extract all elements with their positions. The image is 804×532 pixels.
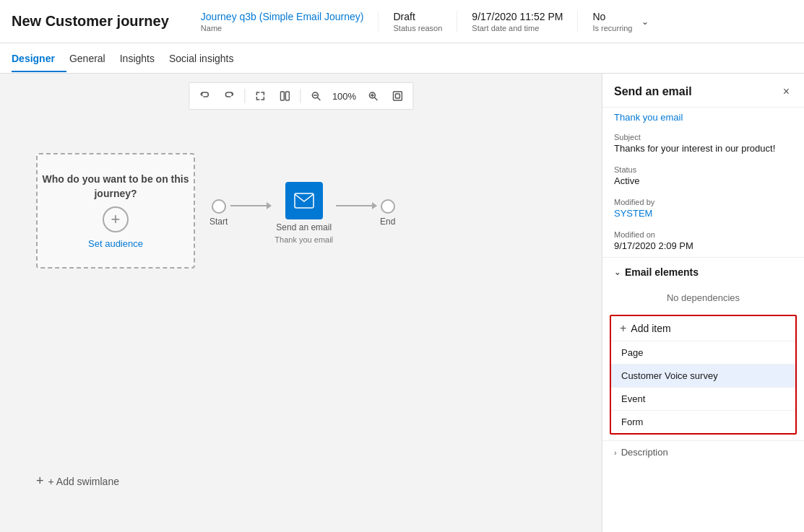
tab-bar: Designer General Insights Social insight… — [0, 43, 804, 74]
email-elements-section: ⌄ Email elements — [602, 257, 804, 284]
columns-button[interactable] — [274, 86, 295, 106]
dropdown-item-customer-voice[interactable]: Customer Voice survey — [611, 365, 795, 388]
journey-name-value[interactable]: Journey q3b (Simple Email Journey) — [201, 11, 364, 22]
end-node: End — [380, 199, 395, 227]
audience-box[interactable]: Who do you want to be on this journey? +… — [36, 153, 195, 269]
panel-modified-by-field: Modified by SYSTEM — [602, 192, 804, 224]
status-reason-label: Status reason — [393, 24, 442, 32]
start-date-value: 9/17/2020 11:52 PM — [472, 11, 563, 22]
is-recurring-value: No — [592, 11, 632, 22]
audience-plus-button[interactable]: + — [103, 206, 129, 232]
panel-subject-label: Subject — [614, 133, 792, 141]
panel-modified-on-field: Modified on 9/17/2020 2:09 PM — [602, 224, 804, 257]
tab-insights[interactable]: Insights — [120, 45, 166, 71]
panel-status-value: Active — [614, 175, 792, 186]
description-row[interactable]: › Description — [602, 440, 804, 463]
set-audience-link[interactable]: Set audience — [88, 238, 143, 249]
add-item-button[interactable]: + Add item — [611, 316, 795, 341]
description-chevron-icon: › — [614, 448, 617, 457]
start-circle — [212, 199, 226, 214]
tab-designer[interactable]: Designer — [12, 45, 66, 71]
panel-modified-on-label: Modified on — [614, 230, 792, 239]
is-recurring-field: No Is recurring ⌄ — [578, 11, 665, 32]
email-elements-header[interactable]: ⌄ Email elements — [614, 266, 792, 278]
panel-email-link[interactable]: Thank you email — [602, 108, 804, 127]
page-title: New Customer journey — [12, 13, 169, 30]
journey-name-field: Journey q3b (Simple Email Journey) Name — [186, 11, 379, 32]
tab-general[interactable]: General — [69, 45, 117, 71]
zoom-level: 100% — [329, 91, 359, 102]
arrow-2 — [336, 202, 377, 224]
svg-rect-10 — [395, 94, 399, 98]
no-dependencies-text: No dependencies — [602, 284, 804, 312]
add-swimlane-button[interactable]: + + Add swimlane — [36, 474, 119, 489]
right-panel: Send an email × Thank you email Subject … — [602, 74, 804, 532]
panel-modified-by-value[interactable]: SYSTEM — [614, 208, 792, 219]
panel-header: Send an email × — [602, 74, 804, 108]
panel-title: Send an email — [614, 85, 692, 98]
journey-canvas: Who do you want to be on this journey? +… — [14, 124, 587, 518]
status-reason-field: Draft Status reason — [379, 11, 457, 32]
start-date-label: Start date and time — [472, 24, 563, 32]
end-label: End — [380, 217, 395, 227]
start-label: Start — [209, 217, 228, 227]
dropdown-item-form[interactable]: Form — [611, 411, 795, 433]
panel-subject-value: Thanks for your interest in our product! — [614, 143, 792, 154]
svg-rect-11 — [295, 193, 314, 208]
zoom-in-button[interactable] — [362, 86, 384, 106]
end-circle — [381, 199, 395, 214]
journey-name-label: Name — [201, 24, 364, 32]
dropdown-item-event[interactable]: Event — [611, 388, 795, 411]
email-node-box[interactable] — [285, 182, 323, 219]
panel-close-button[interactable]: × — [780, 84, 792, 100]
fit-button[interactable] — [386, 86, 408, 106]
add-swimlane-icon: + — [36, 474, 44, 489]
description-label: Description — [621, 447, 668, 458]
add-item-label: Add item — [631, 323, 670, 334]
svg-rect-0 — [280, 92, 284, 100]
svg-line-4 — [317, 97, 320, 100]
panel-modified-on-value: 9/17/2020 2:09 PM — [614, 240, 792, 251]
header-chevron-icon[interactable]: ⌄ — [639, 14, 652, 30]
panel-status-label: Status — [614, 165, 792, 174]
panel-subject-field: Subject Thanks for your interest in our … — [602, 127, 804, 160]
email-node-label: Send an email — [276, 222, 332, 232]
expand-button[interactable] — [249, 86, 271, 106]
panel-status-field: Status Active — [602, 160, 804, 192]
svg-rect-9 — [393, 92, 402, 100]
dropdown-item-page[interactable]: Page — [611, 341, 795, 365]
toolbar-divider-1 — [244, 89, 245, 103]
toolbar-divider-2 — [300, 89, 301, 103]
email-node-sublabel: Thank you email — [275, 235, 333, 244]
start-date-field: 9/17/2020 11:52 PM Start date and time — [457, 11, 578, 32]
journey-flow: Start Send an email Than — [209, 182, 395, 244]
add-item-dropdown: + Add item Page Customer Voice survey Ev… — [610, 315, 797, 435]
email-icon — [294, 193, 314, 209]
arrow-1 — [230, 202, 272, 224]
email-node[interactable]: Send an email Thank you email — [275, 182, 333, 244]
status-reason-value: Draft — [393, 11, 442, 22]
tab-social-insights[interactable]: Social insights — [169, 45, 246, 71]
svg-rect-1 — [285, 92, 289, 100]
canvas-area: 100% Who do you want to be on t — [0, 74, 602, 532]
redo-button[interactable] — [218, 86, 240, 106]
add-item-plus-icon: + — [620, 322, 626, 335]
start-node: Start — [209, 199, 228, 227]
zoom-out-button[interactable] — [305, 86, 327, 106]
audience-question: Who do you want to be on this journey? — [38, 173, 194, 201]
email-elements-label: Email elements — [625, 266, 699, 278]
section-chevron-icon: ⌄ — [614, 268, 621, 277]
undo-button[interactable] — [194, 86, 215, 106]
is-recurring-label: Is recurring — [592, 24, 632, 32]
add-swimlane-label: + Add swimlane — [48, 476, 119, 487]
panel-modified-by-label: Modified by — [614, 198, 792, 206]
canvas-toolbar: 100% — [189, 82, 413, 110]
svg-line-8 — [374, 97, 377, 100]
